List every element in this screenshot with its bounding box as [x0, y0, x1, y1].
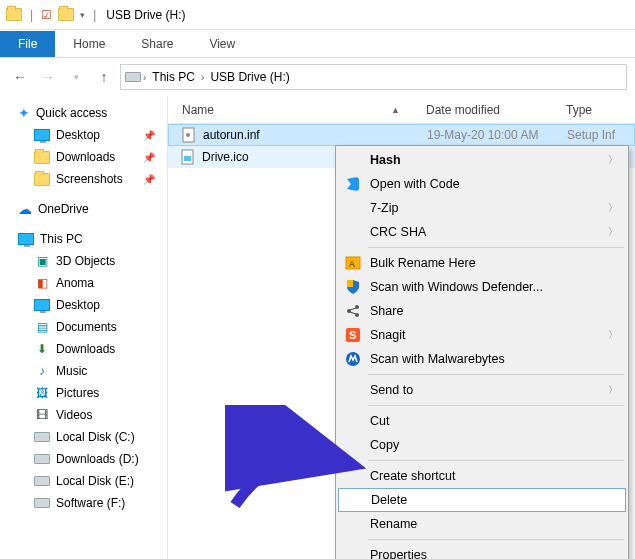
file-tab[interactable]: File	[0, 31, 55, 57]
sidebar-item-desktop[interactable]: Desktop 📌	[0, 124, 167, 146]
crumb-this-pc[interactable]: This PC	[148, 70, 199, 84]
menu-item-hash[interactable]: Hash〉	[338, 148, 626, 172]
desktop-icon	[34, 127, 50, 143]
menu-separator	[368, 247, 624, 248]
address-bar[interactable]: › This PC › USB Drive (H:)	[120, 64, 627, 90]
sidebar-item[interactable]: ⬇Downloads	[0, 338, 167, 360]
sidebar-item-label: Pictures	[56, 386, 99, 400]
chevron-right-icon[interactable]: ›	[201, 72, 204, 83]
context-menu: Hash〉Open with Code7-Zip〉CRC SHA〉ABulk R…	[335, 145, 629, 559]
col-date[interactable]: Date modified	[426, 103, 566, 117]
docs-icon: ▤	[34, 319, 50, 335]
svg-text:A: A	[349, 259, 355, 269]
folder-icon	[6, 7, 22, 23]
menu-item-label: Share	[364, 304, 618, 318]
file-name: Drive.ico	[202, 150, 249, 164]
sidebar-item-downloads[interactable]: Downloads 📌	[0, 146, 167, 168]
downloads-icon: ⬇	[34, 341, 50, 357]
share-icon	[342, 303, 364, 319]
star-icon: ✦	[18, 105, 30, 121]
sidebar-item-label: Local Disk (C:)	[56, 430, 135, 444]
back-button[interactable]: ←	[8, 65, 32, 89]
nav-row: ← → ▾ ↑ › This PC › USB Drive (H:)	[0, 58, 635, 96]
sidebar-item-screenshots[interactable]: Screenshots 📌	[0, 168, 167, 190]
drive-icon	[34, 451, 50, 467]
tab-home[interactable]: Home	[55, 31, 123, 57]
menu-item-crc-sha[interactable]: CRC SHA〉	[338, 220, 626, 244]
pc-icon	[18, 231, 34, 247]
menu-item-share[interactable]: Share	[338, 299, 626, 323]
col-name[interactable]: Name ▲	[168, 103, 426, 117]
defender-icon	[342, 279, 364, 295]
menu-item-snagit[interactable]: SSnagit〉	[338, 323, 626, 347]
submenu-arrow-icon: 〉	[608, 201, 618, 215]
menu-item-label: Scan with Malwarebytes	[364, 352, 618, 366]
sidebar-item[interactable]: 🎞Videos	[0, 404, 167, 426]
menu-item-label: Open with Code	[364, 177, 618, 191]
menu-item-bulk-rename-here[interactable]: ABulk Rename Here	[338, 251, 626, 275]
col-name-label: Name	[182, 103, 214, 117]
videos-icon: 🎞	[34, 407, 50, 423]
sidebar-item[interactable]: ▣3D Objects	[0, 250, 167, 272]
sidebar-item-label: Desktop	[56, 298, 100, 312]
sidebar-item[interactable]: Desktop	[0, 294, 167, 316]
music-icon: ♪	[34, 363, 50, 379]
up-button[interactable]: ↑	[92, 65, 116, 89]
sidebar-item[interactable]: ♪Music	[0, 360, 167, 382]
menu-item-label: CRC SHA	[364, 225, 608, 239]
svg-point-1	[186, 133, 190, 137]
tab-share[interactable]: Share	[123, 31, 191, 57]
sidebar-item[interactable]: Local Disk (E:)	[0, 470, 167, 492]
qat-checkbox-icon[interactable]: ☑	[41, 8, 52, 22]
nav-pane: ✦ Quick access Desktop 📌 Downloads 📌 Scr…	[0, 96, 168, 559]
qat-dropdown-icon[interactable]: ▾	[80, 10, 85, 20]
titlebar: | ☑ ▾ | USB Drive (H:)	[0, 0, 635, 30]
menu-item-scan-with-windows-defender[interactable]: Scan with Windows Defender...	[338, 275, 626, 299]
menu-item-properties[interactable]: Properties	[338, 543, 626, 559]
menu-item-label: Properties	[364, 548, 618, 559]
file-icon	[180, 149, 196, 165]
menu-item-open-with-code[interactable]: Open with Code	[338, 172, 626, 196]
menu-item-label: Hash	[364, 153, 608, 167]
sidebar-item-label: Quick access	[36, 106, 107, 120]
sidebar-item[interactable]: Downloads (D:)	[0, 448, 167, 470]
sidebar-item-label: Desktop	[56, 128, 100, 142]
anoma-icon: ◧	[34, 275, 50, 291]
sidebar-item[interactable]: ▤Documents	[0, 316, 167, 338]
sidebar-item[interactable]: 🖼Pictures	[0, 382, 167, 404]
sidebar-item[interactable]: ◧Anoma	[0, 272, 167, 294]
menu-item-scan-with-malwarebytes[interactable]: Scan with Malwarebytes	[338, 347, 626, 371]
menu-item-label: Copy	[364, 438, 618, 452]
menu-item-create-shortcut[interactable]: Create shortcut	[338, 464, 626, 488]
file-row[interactable]: autorun.inf 19-May-20 10:00 AM Setup Inf	[168, 124, 635, 146]
submenu-arrow-icon: 〉	[608, 383, 618, 397]
menu-item-cut[interactable]: Cut	[338, 409, 626, 433]
pin-icon: 📌	[143, 152, 161, 163]
submenu-arrow-icon: 〉	[608, 328, 618, 342]
col-type[interactable]: Type	[566, 103, 635, 117]
sidebar-item[interactable]: Local Disk (C:)	[0, 426, 167, 448]
tab-view[interactable]: View	[191, 31, 253, 57]
sidebar-onedrive[interactable]: ☁ OneDrive	[0, 198, 167, 220]
menu-item-send-to[interactable]: Send to〉	[338, 378, 626, 402]
bulk-icon: A	[342, 255, 364, 271]
forward-button[interactable]: →	[36, 65, 60, 89]
menu-item-label: Cut	[364, 414, 618, 428]
menu-item-7-zip[interactable]: 7-Zip〉	[338, 196, 626, 220]
menu-separator	[368, 460, 624, 461]
menu-item-copy[interactable]: Copy	[338, 433, 626, 457]
menu-item-delete[interactable]: Delete	[338, 488, 626, 512]
sidebar-item[interactable]: Software (F:)	[0, 492, 167, 514]
menu-item-rename[interactable]: Rename	[338, 512, 626, 536]
qat-folder-icon[interactable]	[58, 7, 74, 23]
chevron-right-icon[interactable]: ›	[143, 72, 146, 83]
qat-separator: |	[28, 8, 35, 22]
folder-icon	[34, 171, 50, 187]
sidebar-item-label: Screenshots	[56, 172, 123, 186]
sidebar-quick-access[interactable]: ✦ Quick access	[0, 102, 167, 124]
crumb-leaf[interactable]: USB Drive (H:)	[206, 70, 293, 84]
recent-dropdown[interactable]: ▾	[64, 65, 88, 89]
sidebar-item-label: Videos	[56, 408, 92, 422]
file-type: Setup Inf	[567, 128, 634, 142]
sidebar-this-pc[interactable]: This PC	[0, 228, 167, 250]
